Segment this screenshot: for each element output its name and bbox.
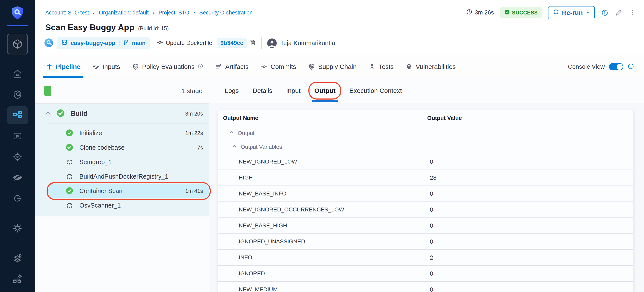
output-variables-group-row[interactable]: Output Variables: [218, 140, 634, 154]
nav-getting-started[interactable]: [7, 189, 28, 207]
page-title: Scan Easy Buggy App: [45, 23, 134, 32]
network-gear-icon: [12, 274, 23, 284]
tab-tests[interactable]: Tests: [368, 55, 394, 78]
tab-supply-chain[interactable]: Supply Chain: [308, 55, 356, 78]
nav-overview[interactable]: [7, 86, 28, 104]
sidebar-divider-2: [7, 243, 28, 243]
nav-pipelines[interactable]: [7, 106, 28, 124]
success-check-icon: [56, 109, 65, 118]
branch-name[interactable]: main: [132, 40, 146, 46]
chevron-right-icon: [152, 11, 156, 15]
policy-info-icon[interactable]: [198, 63, 203, 70]
output-value-cell: 0: [427, 158, 634, 165]
output-row: IGNORED_UNASSIGNED 0: [218, 234, 634, 250]
output-row: NEW_BASE_INFO 0: [218, 186, 634, 202]
output-card: Output Name Output Value Output: [218, 110, 634, 292]
detail-tab[interactable]: Details: [252, 78, 272, 103]
output-value-cell: 0: [427, 270, 634, 277]
console-info-icon[interactable]: [628, 63, 634, 70]
detail-tabbar: LogsDetailsInputOutputExecution Context: [209, 78, 644, 103]
nav-executions[interactable]: [7, 127, 28, 145]
sidebar-divider: [7, 213, 28, 213]
toggle-knob: [616, 64, 623, 70]
gear-icon: [12, 223, 23, 233]
tab-artifacts[interactable]: Artifacts: [215, 55, 248, 78]
group-label: Output Variables: [241, 144, 282, 150]
stage-group: Build 3m 20s Initialize 1m 22s: [35, 104, 209, 216]
stage-panel-header: 1 stage: [35, 78, 209, 104]
loop-strategy-icon: [65, 158, 74, 167]
step-duration: 1m 22s: [185, 130, 203, 136]
tab-policy-evaluations[interactable]: Policy Evaluations: [132, 55, 203, 78]
nav-account-settings[interactable]: [7, 270, 28, 288]
step-detail-panel: LogsDetailsInputOutputExecution Context …: [209, 78, 644, 292]
output-row: INFO 2: [218, 250, 634, 266]
console-view-toggle[interactable]: [609, 63, 623, 70]
detail-tab[interactable]: Execution Context: [350, 78, 402, 103]
breadcrumb-module[interactable]: Security Orchestration: [199, 10, 252, 16]
nav-project-settings[interactable]: [7, 219, 28, 237]
output-row: NEW_MEDIUM 0: [218, 282, 634, 292]
output-name-cell: NEW_BASE_HIGH: [223, 222, 427, 229]
output-name-cell: NEW_MEDIUM: [223, 286, 427, 292]
detail-tab[interactable]: Logs: [225, 78, 239, 103]
chevron-right-icon: [192, 11, 196, 15]
step-row[interactable]: Container Scan 1m 41s: [48, 184, 209, 198]
user-avatar: [267, 39, 277, 48]
execution-tabbar: Pipeline Inputs Policy Evaluations Artif…: [35, 55, 644, 78]
breadcrumb-project[interactable]: Project: STO: [158, 10, 189, 16]
info-icon[interactable]: [601, 9, 608, 16]
stage-row-build[interactable]: Build 3m 20s: [35, 104, 209, 123]
collapse-chevron-icon[interactable]: [44, 110, 51, 117]
repo-name[interactable]: easy-buggy-app: [71, 40, 116, 46]
step-row[interactable]: OsvScanner_1: [35, 198, 209, 213]
nav-org-settings[interactable]: [7, 249, 28, 267]
tab-vulnerabilities[interactable]: Vulnerabilities: [406, 55, 456, 78]
step-name: Semgrep_1: [79, 159, 112, 166]
output-name-cell: NEW_BASE_INFO: [223, 190, 427, 197]
step-name: Clone codebase: [79, 144, 125, 151]
chevron-up-icon[interactable]: [228, 129, 234, 137]
main-area: Account: STO test Organization: default …: [35, 0, 644, 292]
output-group-row[interactable]: Output: [218, 126, 634, 140]
chevron-up-icon[interactable]: [232, 143, 237, 151]
repository-icon: [61, 39, 68, 47]
output-value-cell: 0: [427, 222, 634, 229]
copy-icon[interactable]: [249, 39, 256, 47]
step-row[interactable]: Initialize 1m 22s: [35, 126, 209, 140]
loop-strategy-icon: [65, 172, 74, 181]
pipelines-icon: [12, 110, 23, 120]
power-icon: [12, 193, 22, 203]
module-selector-button[interactable]: [7, 34, 28, 54]
kebab-menu-icon[interactable]: [629, 9, 636, 17]
trigger-avatar-icon: [44, 38, 54, 48]
rerun-button[interactable]: Re-run: [548, 6, 595, 19]
commit-sha[interactable]: 9b349ce: [217, 38, 247, 48]
repo-branch-pill[interactable]: easy-buggy-app | main: [57, 37, 150, 49]
breadcrumb-organization[interactable]: Organization: default: [99, 10, 148, 16]
tab-commits[interactable]: Commits: [261, 55, 296, 78]
tab-inputs[interactable]: Inputs: [92, 55, 120, 78]
breadcrumb-account[interactable]: Account: STO test: [45, 10, 89, 16]
step-row[interactable]: Semgrep_1: [35, 155, 209, 169]
output-value-cell: 2: [427, 254, 634, 261]
edit-pencil-icon[interactable]: [615, 9, 622, 17]
module-cube-icon: [12, 39, 23, 50]
nav-exemptions[interactable]: [7, 169, 28, 187]
left-nav-sidebar: [0, 0, 35, 292]
nav-targets[interactable]: [7, 148, 28, 166]
execution-duration: 3m 26s: [466, 9, 494, 17]
output-row: IGNORED 0: [218, 266, 634, 282]
author: Teja Kummarikuntla: [267, 39, 335, 48]
step-row[interactable]: Clone codebase 7s: [35, 140, 209, 155]
nav-home[interactable]: [7, 65, 28, 83]
tab-pipeline[interactable]: Pipeline: [46, 55, 80, 78]
layers-gear-icon: [12, 253, 23, 263]
execution-header: Account: STO test Organization: default …: [35, 0, 644, 55]
clock-icon: [466, 9, 472, 17]
detail-tab[interactable]: Output: [314, 78, 336, 103]
pipeline-tab-icon: [46, 64, 52, 70]
step-row[interactable]: BuildAndPushDockerRegistry_1: [35, 169, 209, 184]
detail-tab[interactable]: Input: [286, 78, 301, 103]
nav-accent-divider: [7, 25, 28, 26]
